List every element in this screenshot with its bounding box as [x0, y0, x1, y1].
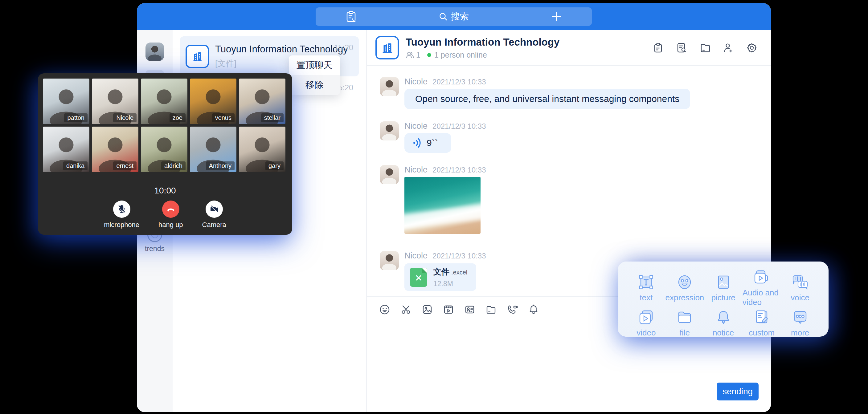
participant-name: Anthony	[206, 161, 235, 170]
text-frame-icon	[638, 274, 654, 290]
voice-bubbles-icon	[791, 274, 809, 290]
add-member-icon[interactable]	[723, 42, 734, 53]
conversation-time: 15:20	[334, 43, 353, 52]
participant-tile: venus	[190, 78, 237, 124]
sender-avatar[interactable]	[380, 251, 399, 270]
participant-tile: Anthony	[190, 127, 237, 172]
attach-option-picture[interactable]: picture	[704, 269, 743, 307]
participant-name: gary	[266, 161, 284, 170]
plus-icon	[552, 12, 561, 22]
file-bubble[interactable]: 文件.excel 12.8M	[404, 263, 476, 291]
menu-item-pin-chat[interactable]: 置顶聊天	[289, 56, 340, 75]
files-icon[interactable]	[700, 42, 711, 53]
microphone-button[interactable]: microphone	[104, 200, 139, 229]
participant-name: patton	[64, 114, 88, 122]
excel-file-icon	[410, 268, 427, 287]
attach-option-label: voice	[790, 293, 809, 302]
attach-option-label: expression	[665, 293, 704, 302]
sender-avatar[interactable]	[380, 121, 399, 140]
message-time: 2021/12/3 10:33	[432, 77, 486, 86]
menu-item-remove[interactable]: 移除	[289, 75, 340, 95]
call-records-button[interactable]	[316, 11, 386, 23]
attach-option-label: file	[680, 328, 690, 338]
group-avatar	[186, 45, 209, 68]
video-call-icon[interactable]	[507, 304, 518, 315]
mic-muted-icon	[118, 204, 126, 214]
building-icon	[191, 50, 204, 63]
emoji-icon[interactable]	[379, 304, 390, 315]
add-button[interactable]	[521, 12, 592, 22]
participant-tile: stellar	[239, 78, 285, 124]
attach-option-notice[interactable]: notice	[704, 309, 743, 338]
more-bubble-icon	[792, 309, 808, 326]
sender-name: Nicole	[404, 165, 428, 174]
attach-option-custom[interactable]: custom	[743, 309, 781, 338]
hangup-phone-icon	[166, 204, 176, 214]
participant-name: venus	[212, 114, 235, 122]
attach-options-panel: text expression picture Audio and video	[618, 261, 829, 337]
sender-avatar[interactable]	[380, 77, 399, 96]
attach-option-file[interactable]: file	[665, 309, 704, 338]
call-records-icon	[346, 11, 356, 23]
message-image: Nicole 2021/12/3 10:33	[380, 165, 771, 234]
attach-option-label: notice	[713, 328, 734, 338]
file-name: 文件	[433, 267, 450, 276]
participant-name: Nicole	[113, 114, 136, 122]
file-folder-icon	[676, 309, 693, 326]
board-icon[interactable]	[653, 42, 664, 53]
message-text: Nicole 2021/12/3 10:33 Open source, free…	[380, 77, 771, 109]
online-dot	[427, 53, 431, 57]
chat-title: Tuoyun Information Technology	[406, 36, 559, 48]
file-size: 12.8M	[433, 280, 467, 288]
trends-label: trends	[137, 245, 173, 253]
image-icon[interactable]	[422, 304, 433, 315]
search-placeholder: 搜索	[451, 10, 469, 23]
sender-name: Nicole	[404, 251, 428, 261]
online-status: 1 person online	[434, 51, 487, 59]
voice-bubble[interactable]: 9``	[404, 133, 451, 153]
chat-header: Tuoyun Information Technology 1 1 person…	[367, 30, 771, 66]
screenshot-scissors-icon[interactable]	[400, 304, 411, 315]
camera-button[interactable]: Camera	[202, 200, 226, 229]
message-time: 2021/12/3 10:33	[432, 166, 486, 174]
attach-option-label: picture	[711, 293, 736, 302]
attach-option-audio-video[interactable]: Audio and video	[743, 269, 781, 307]
attach-option-voice[interactable]: voice	[781, 269, 819, 307]
text-bubble[interactable]: Open source, free, and universal instant…	[404, 89, 690, 109]
members-icon	[406, 51, 414, 59]
attach-option-label: custom	[749, 328, 775, 338]
notification-bell-icon[interactable]	[528, 304, 539, 315]
image-bubble-beach-photo[interactable]	[404, 177, 480, 234]
custom-doc-icon	[753, 309, 770, 326]
participant-tile: zoe	[141, 78, 187, 124]
attach-option-video[interactable]: video	[627, 309, 665, 338]
attach-option-expression[interactable]: expression	[665, 269, 704, 307]
chat-main: Tuoyun Information Technology 1 1 person…	[367, 30, 771, 412]
send-button[interactable]: sending	[717, 383, 758, 401]
participant-name: aldrich	[161, 161, 186, 170]
search-bar-group: 搜索	[316, 7, 592, 26]
sender-avatar[interactable]	[380, 165, 399, 184]
video-clip-icon[interactable]	[443, 304, 454, 315]
contact-card-icon[interactable]	[464, 304, 475, 315]
hang-up-button[interactable]: hang up	[158, 200, 183, 229]
search-icon	[439, 12, 448, 21]
attach-option-more[interactable]: more	[781, 309, 819, 338]
video-play-icon	[638, 309, 654, 326]
folder-icon[interactable]	[486, 304, 497, 315]
attach-option-text[interactable]: text	[627, 269, 665, 307]
camera-muted-icon	[210, 205, 219, 213]
search-input[interactable]: 搜索	[386, 10, 521, 23]
picture-icon	[715, 274, 732, 290]
user-avatar[interactable]	[146, 42, 164, 61]
settings-gear-icon[interactable]	[746, 42, 757, 53]
top-bar: 搜索	[137, 3, 771, 30]
voice-wave-icon	[412, 138, 422, 148]
participant-name: zoe	[169, 114, 186, 122]
sender-name: Nicole	[404, 77, 428, 87]
audio-video-icon	[753, 269, 771, 286]
message-search-icon[interactable]	[676, 42, 687, 53]
expression-smiley-icon	[676, 274, 693, 290]
sender-name: Nicole	[404, 121, 428, 131]
attach-option-label: video	[637, 328, 656, 338]
